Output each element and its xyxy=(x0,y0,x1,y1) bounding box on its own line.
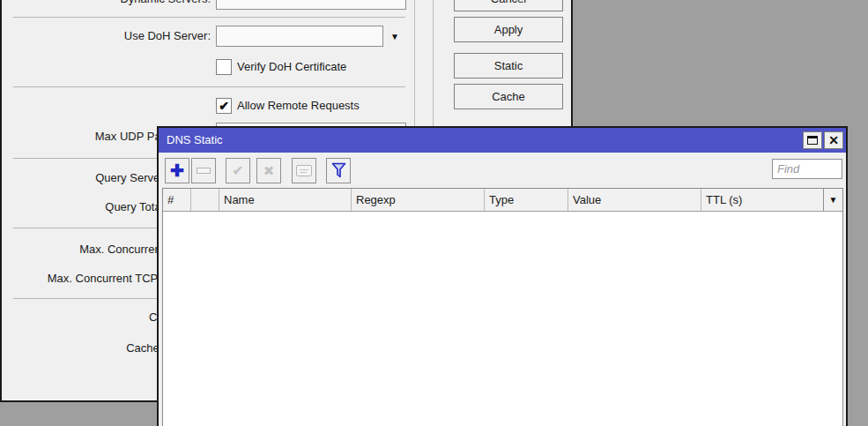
add-icon: ✚ xyxy=(170,162,184,179)
remove-icon xyxy=(197,168,211,174)
disable-button[interactable]: ✖ xyxy=(256,158,281,183)
cancel-button[interactable]: Cancel xyxy=(454,0,563,11)
disable-cross-icon: ✖ xyxy=(263,164,275,177)
checkmark-icon: ✔ xyxy=(219,99,229,113)
verify-doh-certificate-checkbox[interactable] xyxy=(216,59,232,75)
table-body-empty[interactable] xyxy=(163,212,842,426)
close-icon: ✕ xyxy=(828,134,839,146)
add-button[interactable]: ✚ xyxy=(165,158,189,183)
column-header-name[interactable]: Name xyxy=(219,189,352,211)
dynamic-servers-input[interactable] xyxy=(216,0,406,10)
maximize-button[interactable] xyxy=(803,131,822,149)
static-entries-table: # Name Regexp Type Value TTL (s) ▼ xyxy=(162,188,843,426)
column-header-number[interactable]: # xyxy=(163,189,191,211)
close-button[interactable]: ✕ xyxy=(824,131,843,149)
allow-remote-requests-label[interactable]: Allow Remote Requests xyxy=(237,98,360,114)
column-select-button[interactable]: ▼ xyxy=(823,189,842,211)
screen: Dynamic Servers: Use DoH Server: ▼ Verif… xyxy=(0,0,868,426)
static-button[interactable]: Static xyxy=(454,53,563,78)
chevron-down-icon[interactable]: ▼ xyxy=(390,33,399,41)
column-header-regexp[interactable]: Regexp xyxy=(352,189,485,211)
separator xyxy=(13,86,405,87)
find-input[interactable] xyxy=(772,159,842,179)
column-header-value[interactable]: Value xyxy=(568,189,701,211)
enable-button[interactable]: ✔ xyxy=(226,158,250,183)
table-header-row: # Name Regexp Type Value TTL (s) ▼ xyxy=(163,189,842,212)
dynamic-servers-label: Dynamic Servers: xyxy=(2,0,211,6)
window-controls: ✕ xyxy=(803,131,843,149)
enable-check-icon: ✔ xyxy=(232,164,243,178)
window-title: DNS Static xyxy=(167,133,223,146)
comment-button[interactable] xyxy=(292,158,316,183)
separator xyxy=(13,17,405,18)
use-doh-server-input[interactable] xyxy=(216,26,383,47)
allow-remote-requests-checkbox[interactable]: ✔ xyxy=(216,98,232,114)
filter-button[interactable] xyxy=(326,158,351,183)
column-header-flags[interactable] xyxy=(191,189,219,211)
column-header-type[interactable]: Type xyxy=(485,189,568,211)
column-header-ttl[interactable]: TTL (s) xyxy=(701,189,823,211)
chevron-down-icon: ▼ xyxy=(829,196,838,205)
filter-funnel-icon xyxy=(331,162,346,179)
dns-static-window: DNS Static ✕ ✚ ✔ ✖ xyxy=(157,126,848,426)
maximize-icon xyxy=(807,136,818,145)
cache-button[interactable]: Cache xyxy=(454,84,563,109)
use-doh-server-label: Use DoH Server: xyxy=(2,29,211,43)
remove-button[interactable] xyxy=(191,158,216,183)
comment-icon xyxy=(296,165,312,176)
apply-button[interactable]: Apply xyxy=(454,17,563,42)
titlebar[interactable]: DNS Static ✕ xyxy=(159,128,846,153)
verify-doh-certificate-label[interactable]: Verify DoH Certificate xyxy=(237,59,346,75)
